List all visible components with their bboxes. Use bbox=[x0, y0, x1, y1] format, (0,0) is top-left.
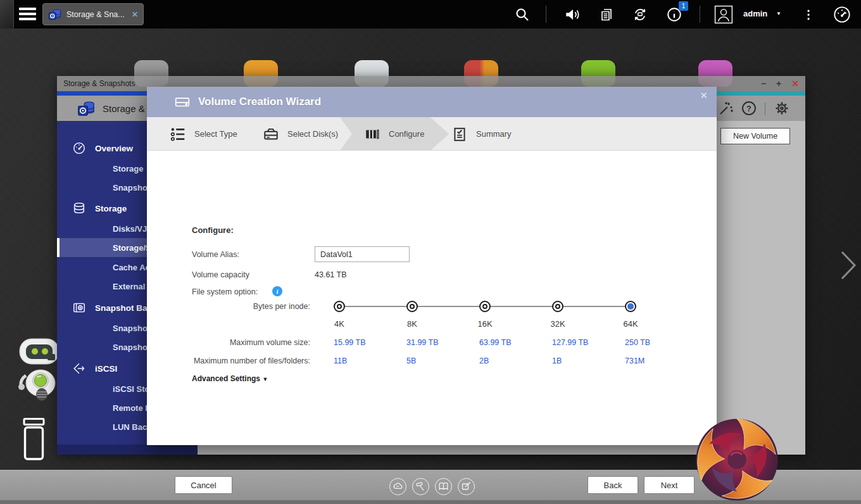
inode-tick-label: 32K bbox=[532, 319, 583, 329]
max-files-value: 11B bbox=[334, 356, 347, 365]
drive-icon bbox=[174, 94, 191, 110]
help-book-icon[interactable] bbox=[435, 478, 452, 495]
dialog-close-icon[interactable]: ✕ bbox=[700, 90, 708, 101]
volume-speaker-icon[interactable] bbox=[563, 5, 582, 24]
tab-close-icon[interactable]: ✕ bbox=[132, 10, 138, 19]
inode-radio-64k[interactable] bbox=[625, 301, 636, 312]
tab-storage-app-icon bbox=[48, 8, 61, 21]
topbar-divider bbox=[700, 6, 700, 23]
max-files-value: 731M bbox=[625, 356, 644, 365]
desktop: Storage & Snapshots − + ✕ Storage & S bbox=[0, 0, 861, 504]
wizard-steps-bar: Select Type Select Disk(s) Configure bbox=[147, 117, 717, 151]
step-select-disks[interactable]: Select Disk(s) bbox=[263, 117, 338, 151]
storage-app-icon bbox=[77, 99, 95, 117]
wizard-configure-panel: Configure: Volume Alias: Volume capacity… bbox=[147, 151, 717, 445]
volume-alias-label: Volume Alias: bbox=[192, 250, 239, 259]
max-files-value: 1B bbox=[552, 356, 562, 365]
cancel-button[interactable]: Cancel bbox=[175, 476, 232, 494]
max-volume-size-label: Maximum volume size: bbox=[147, 338, 310, 347]
corner-panel bbox=[0, 0, 14, 28]
step-summary[interactable]: Summary bbox=[451, 117, 512, 151]
utilities-hammer-icon[interactable] bbox=[412, 478, 429, 495]
info-icon[interactable]: i bbox=[272, 286, 282, 296]
iscsi-icon bbox=[72, 362, 86, 375]
next-desktop-chevron-icon[interactable] bbox=[839, 249, 857, 281]
window-controls: − + ✕ bbox=[761, 79, 799, 88]
myqnapcloud-icon[interactable] bbox=[389, 478, 406, 495]
topbar-divider bbox=[546, 6, 546, 23]
help-glyph: ? bbox=[746, 104, 751, 113]
inode-tick-label: 64K bbox=[605, 319, 656, 329]
dialog-header[interactable]: Volume Creation Wizard ✕ bbox=[147, 87, 717, 117]
bytes-per-inode-label: Bytes per inode: bbox=[147, 302, 310, 311]
max-files-value: 2B bbox=[479, 356, 489, 365]
maximize-button[interactable]: + bbox=[776, 79, 781, 88]
search-icon[interactable] bbox=[513, 5, 532, 24]
max-files-label: Maximum number of files/folders: bbox=[147, 356, 310, 365]
back-button[interactable]: Back bbox=[588, 476, 638, 494]
dialog-title: Volume Creation Wizard bbox=[198, 96, 321, 108]
volume-capacity-label: Volume capacity bbox=[192, 270, 249, 279]
inode-radio-8k[interactable] bbox=[406, 301, 418, 312]
username-label[interactable]: admin bbox=[743, 9, 767, 18]
settings-gear-icon[interactable] bbox=[774, 100, 790, 117]
configure-section-label: Configure: bbox=[192, 225, 234, 235]
tab-label: Storage & Sna... bbox=[66, 10, 125, 19]
notifications-info-icon[interactable]: 1 bbox=[665, 5, 684, 24]
main-menu-icon[interactable] bbox=[19, 8, 36, 20]
user-avatar-icon[interactable] bbox=[714, 5, 733, 24]
max-volume-value: 63.99 TB bbox=[479, 338, 512, 347]
swirl-logo bbox=[694, 415, 780, 504]
wizard-wand-icon[interactable] bbox=[718, 100, 734, 117]
feedback-compose-icon[interactable] bbox=[458, 478, 475, 495]
advanced-settings-toggle[interactable]: Advanced Settings ▼ bbox=[192, 374, 268, 383]
step-configure[interactable]: Configure bbox=[364, 117, 424, 151]
header-divider bbox=[765, 103, 765, 115]
help-icon[interactable]: ? bbox=[741, 100, 757, 117]
advanced-caret-icon: ▼ bbox=[262, 376, 268, 382]
max-files-value: 5B bbox=[406, 356, 416, 365]
max-volume-value: 15.99 TB bbox=[334, 338, 366, 347]
background-tasks-icon[interactable] bbox=[597, 5, 616, 24]
inode-tick-label: 16K bbox=[460, 319, 510, 329]
window-title: Storage & Snapshots bbox=[63, 79, 135, 88]
max-volume-value: 250 TB bbox=[625, 338, 650, 347]
volume-capacity-value: 43.61 TB bbox=[315, 270, 347, 279]
inode-radio-16k[interactable] bbox=[479, 301, 491, 312]
minimize-button[interactable]: − bbox=[761, 79, 766, 88]
window-close-button[interactable]: ✕ bbox=[791, 79, 799, 88]
max-volume-value: 31.99 TB bbox=[406, 338, 439, 347]
database-icon bbox=[72, 201, 86, 215]
file-system-option-label: File system option: bbox=[192, 287, 258, 296]
notification-badge: 1 bbox=[679, 1, 688, 11]
top-taskbar: Storage & Sna... ✕ bbox=[0, 0, 861, 28]
sync-restart-icon[interactable] bbox=[631, 5, 650, 24]
dashboard-gauge-icon[interactable] bbox=[833, 5, 852, 24]
inode-radio-32k[interactable] bbox=[552, 301, 563, 312]
inode-tick-label: 8K bbox=[387, 319, 437, 329]
max-volume-value: 127.99 TB bbox=[552, 338, 588, 347]
new-volume-button[interactable]: New Volume bbox=[720, 128, 790, 144]
step-select-type[interactable]: Select Type bbox=[170, 117, 237, 151]
next-button[interactable]: Next bbox=[644, 476, 694, 494]
volume-alias-input[interactable] bbox=[315, 246, 410, 262]
recycle-bin-icon[interactable] bbox=[17, 418, 51, 461]
storage-snapshots-tab[interactable]: Storage & Sna... ✕ bbox=[42, 3, 144, 25]
volume-creation-wizard-dialog: Volume Creation Wizard ✕ Select Type bbox=[147, 87, 717, 445]
gauge-icon bbox=[72, 141, 86, 155]
inode-tick-label: 4K bbox=[314, 319, 365, 329]
more-options-icon[interactable]: ⋮ bbox=[799, 5, 818, 24]
snapshot-camera-icon bbox=[72, 301, 86, 315]
user-menu-caret-icon[interactable]: ▼ bbox=[776, 11, 781, 16]
inode-radio-4k[interactable] bbox=[334, 301, 345, 312]
